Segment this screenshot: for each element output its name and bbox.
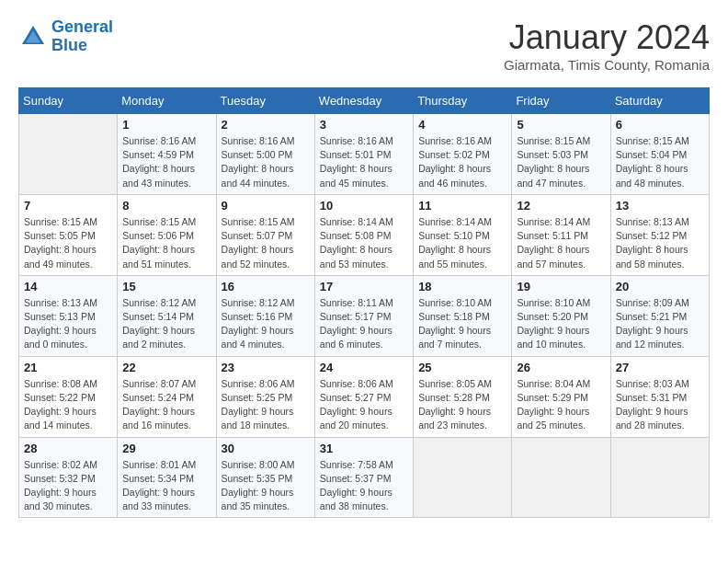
day-number: 22 <box>122 361 210 374</box>
day-info: Sunrise: 8:16 AM Sunset: 5:00 PM Dayligh… <box>222 134 310 190</box>
weekday-thursday: Thursday <box>414 88 512 114</box>
day-info: Sunrise: 8:11 AM Sunset: 5:17 PM Dayligh… <box>320 296 408 352</box>
calendar-cell: 30Sunrise: 8:00 AM Sunset: 5:35 PM Dayli… <box>216 437 314 518</box>
calendar-cell: 16Sunrise: 8:12 AM Sunset: 5:16 PM Dayli… <box>216 275 314 356</box>
day-number: 3 <box>320 118 408 132</box>
title-block: January 2024 Giarmata, Timis County, Rom… <box>504 18 710 73</box>
day-info: Sunrise: 8:05 AM Sunset: 5:28 PM Dayligh… <box>418 377 506 433</box>
calendar-cell <box>414 437 512 518</box>
day-info: Sunrise: 8:12 AM Sunset: 5:14 PM Dayligh… <box>122 296 210 352</box>
calendar-cell: 24Sunrise: 8:06 AM Sunset: 5:27 PM Dayli… <box>314 356 413 437</box>
day-info: Sunrise: 8:03 AM Sunset: 5:31 PM Dayligh… <box>616 377 704 433</box>
day-info: Sunrise: 8:08 AM Sunset: 5:22 PM Dayligh… <box>24 377 112 433</box>
day-info: Sunrise: 8:09 AM Sunset: 5:21 PM Dayligh… <box>616 296 704 352</box>
calendar-cell: 20Sunrise: 8:09 AM Sunset: 5:21 PM Dayli… <box>610 275 709 356</box>
weekday-tuesday: Tuesday <box>216 88 314 114</box>
day-number: 20 <box>616 280 704 293</box>
calendar-week-1: 7Sunrise: 8:15 AM Sunset: 5:05 PM Daylig… <box>19 194 710 275</box>
day-info: Sunrise: 8:14 AM Sunset: 5:10 PM Dayligh… <box>418 215 506 271</box>
day-number: 5 <box>517 118 605 132</box>
weekday-saturday: Saturday <box>610 88 709 114</box>
day-info: Sunrise: 8:06 AM Sunset: 5:25 PM Dayligh… <box>222 377 310 433</box>
calendar-cell: 13Sunrise: 8:13 AM Sunset: 5:12 PM Dayli… <box>610 194 709 275</box>
calendar-table: SundayMondayTuesdayWednesdayThursdayFrid… <box>18 87 710 518</box>
day-info: Sunrise: 8:15 AM Sunset: 5:07 PM Dayligh… <box>222 215 310 271</box>
day-number: 28 <box>24 442 112 455</box>
day-number: 11 <box>418 199 506 213</box>
calendar-body: 1Sunrise: 8:16 AM Sunset: 4:59 PM Daylig… <box>19 114 710 518</box>
calendar-cell: 11Sunrise: 8:14 AM Sunset: 5:10 PM Dayli… <box>414 194 512 275</box>
day-number: 18 <box>418 280 506 293</box>
day-info: Sunrise: 8:16 AM Sunset: 5:02 PM Dayligh… <box>418 134 506 190</box>
day-info: Sunrise: 8:15 AM Sunset: 5:05 PM Dayligh… <box>24 215 112 271</box>
day-info: Sunrise: 8:10 AM Sunset: 5:18 PM Dayligh… <box>418 296 506 352</box>
calendar-cell <box>512 437 610 518</box>
day-number: 2 <box>222 118 310 132</box>
day-info: Sunrise: 8:00 AM Sunset: 5:35 PM Dayligh… <box>222 458 310 514</box>
day-info: Sunrise: 8:14 AM Sunset: 5:11 PM Dayligh… <box>517 215 605 271</box>
day-number: 26 <box>517 361 605 374</box>
weekday-monday: Monday <box>118 88 216 114</box>
day-number: 23 <box>222 361 310 374</box>
day-number: 25 <box>418 361 506 374</box>
calendar-cell: 14Sunrise: 8:13 AM Sunset: 5:13 PM Dayli… <box>19 275 118 356</box>
day-info: Sunrise: 8:15 AM Sunset: 5:03 PM Dayligh… <box>517 134 605 190</box>
day-info: Sunrise: 8:16 AM Sunset: 4:59 PM Dayligh… <box>122 134 210 190</box>
day-number: 15 <box>122 280 210 293</box>
calendar-week-2: 14Sunrise: 8:13 AM Sunset: 5:13 PM Dayli… <box>19 275 710 356</box>
day-info: Sunrise: 8:04 AM Sunset: 5:29 PM Dayligh… <box>517 377 605 433</box>
calendar-cell: 6Sunrise: 8:15 AM Sunset: 5:04 PM Daylig… <box>610 114 709 195</box>
calendar-week-4: 28Sunrise: 8:02 AM Sunset: 5:32 PM Dayli… <box>19 437 710 518</box>
day-number: 8 <box>122 199 210 213</box>
day-info: Sunrise: 8:02 AM Sunset: 5:32 PM Dayligh… <box>24 458 112 514</box>
calendar-cell: 3Sunrise: 8:16 AM Sunset: 5:01 PM Daylig… <box>314 114 413 195</box>
day-number: 13 <box>616 199 704 213</box>
calendar-cell: 23Sunrise: 8:06 AM Sunset: 5:25 PM Dayli… <box>216 356 314 437</box>
day-number: 21 <box>24 361 112 374</box>
day-info: Sunrise: 8:01 AM Sunset: 5:34 PM Dayligh… <box>122 458 210 514</box>
day-number: 19 <box>517 280 605 293</box>
logo-line2: Blue <box>51 36 87 54</box>
calendar-cell: 25Sunrise: 8:05 AM Sunset: 5:28 PM Dayli… <box>414 356 512 437</box>
day-number: 30 <box>222 442 310 455</box>
month-title: January 2024 <box>504 18 710 57</box>
day-number: 7 <box>24 199 112 213</box>
calendar-cell: 5Sunrise: 8:15 AM Sunset: 5:03 PM Daylig… <box>512 114 610 195</box>
day-info: Sunrise: 8:14 AM Sunset: 5:08 PM Dayligh… <box>320 215 408 271</box>
day-number: 27 <box>616 361 704 374</box>
day-number: 16 <box>222 280 310 293</box>
calendar-cell: 27Sunrise: 8:03 AM Sunset: 5:31 PM Dayli… <box>610 356 709 437</box>
calendar-cell: 10Sunrise: 8:14 AM Sunset: 5:08 PM Dayli… <box>314 194 413 275</box>
calendar-cell: 9Sunrise: 8:15 AM Sunset: 5:07 PM Daylig… <box>216 194 314 275</box>
day-info: Sunrise: 8:06 AM Sunset: 5:27 PM Dayligh… <box>320 377 408 433</box>
day-info: Sunrise: 8:07 AM Sunset: 5:24 PM Dayligh… <box>122 377 210 433</box>
logo: General Blue <box>18 18 113 55</box>
day-info: Sunrise: 7:58 AM Sunset: 5:37 PM Dayligh… <box>320 458 408 514</box>
day-number: 17 <box>320 280 408 293</box>
calendar-cell: 15Sunrise: 8:12 AM Sunset: 5:14 PM Dayli… <box>118 275 216 356</box>
day-number: 4 <box>418 118 506 132</box>
day-info: Sunrise: 8:13 AM Sunset: 5:13 PM Dayligh… <box>24 296 112 352</box>
calendar-cell: 29Sunrise: 8:01 AM Sunset: 5:34 PM Dayli… <box>118 437 216 518</box>
day-number: 31 <box>320 442 408 455</box>
calendar-cell: 21Sunrise: 8:08 AM Sunset: 5:22 PM Dayli… <box>19 356 118 437</box>
day-number: 1 <box>122 118 210 132</box>
weekday-wednesday: Wednesday <box>314 88 413 114</box>
day-number: 14 <box>24 280 112 293</box>
calendar-cell: 4Sunrise: 8:16 AM Sunset: 5:02 PM Daylig… <box>414 114 512 195</box>
calendar-cell: 28Sunrise: 8:02 AM Sunset: 5:32 PM Dayli… <box>19 437 118 518</box>
day-info: Sunrise: 8:12 AM Sunset: 5:16 PM Dayligh… <box>222 296 310 352</box>
calendar-week-3: 21Sunrise: 8:08 AM Sunset: 5:22 PM Dayli… <box>19 356 710 437</box>
calendar-cell: 12Sunrise: 8:14 AM Sunset: 5:11 PM Dayli… <box>512 194 610 275</box>
logo-line1: General <box>51 17 113 36</box>
location-subtitle: Giarmata, Timis County, Romania <box>504 57 710 73</box>
calendar-cell <box>610 437 709 518</box>
calendar-cell: 2Sunrise: 8:16 AM Sunset: 5:00 PM Daylig… <box>216 114 314 195</box>
day-number: 9 <box>222 199 310 213</box>
day-number: 29 <box>122 442 210 455</box>
calendar-cell: 22Sunrise: 8:07 AM Sunset: 5:24 PM Dayli… <box>118 356 216 437</box>
calendar-cell: 19Sunrise: 8:10 AM Sunset: 5:20 PM Dayli… <box>512 275 610 356</box>
day-number: 6 <box>616 118 704 132</box>
logo-icon <box>18 22 48 52</box>
calendar-cell <box>19 114 118 195</box>
